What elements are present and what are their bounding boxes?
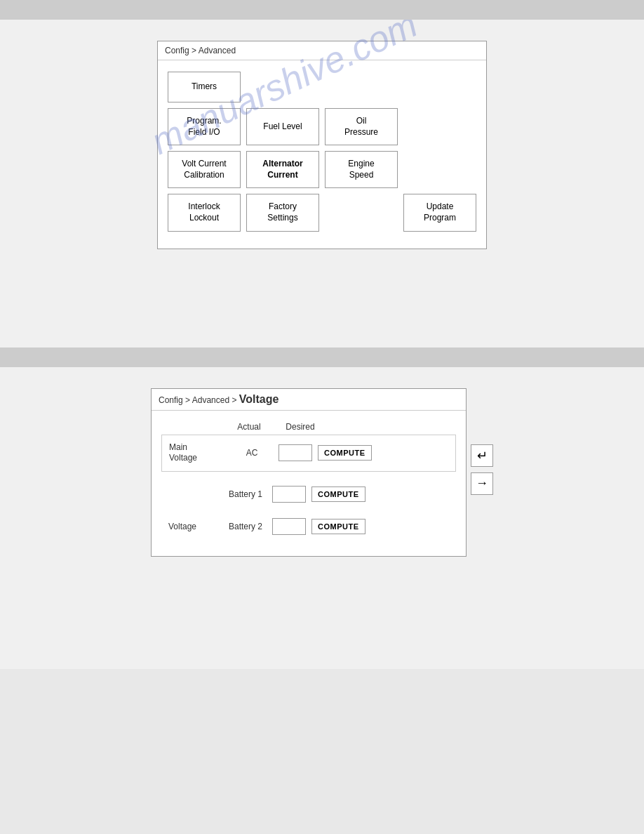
interlock-lockout-button[interactable]: InterlockLockout bbox=[168, 194, 241, 231]
panel2-title: Config > Advanced > Voltage bbox=[152, 389, 466, 411]
alternator-current-button[interactable]: AlternatorCurrent bbox=[246, 151, 319, 188]
engine-speed-button[interactable]: EngineSpeed bbox=[325, 151, 398, 188]
main-voltage-compute-button[interactable]: COMPUTE bbox=[318, 445, 372, 461]
battery2-input[interactable] bbox=[272, 518, 306, 535]
forward-button[interactable]: → bbox=[471, 472, 493, 495]
volt-current-calibration-button[interactable]: Volt CurrentCalibration bbox=[168, 151, 241, 188]
battery2-compute-button[interactable]: COMPUTE bbox=[311, 519, 365, 534]
voltage-section-label: Voltage bbox=[161, 522, 217, 531]
panel2-title-main: Voltage bbox=[239, 393, 279, 405]
desired-header: Desired bbox=[279, 422, 321, 432]
update-program-button[interactable]: UpdateProgram bbox=[403, 194, 476, 231]
battery1-compute-button[interactable]: COMPUTE bbox=[311, 486, 365, 502]
section2-band bbox=[0, 348, 644, 367]
section2-area: Config > Advanced > Voltage Actual Desir… bbox=[0, 367, 644, 599]
gap1 bbox=[0, 291, 644, 348]
back-button[interactable]: ↵ bbox=[471, 444, 493, 467]
panel1-title-text: Config > Advanced bbox=[165, 46, 236, 55]
main-voltage-input[interactable] bbox=[279, 444, 312, 461]
panel1-title: Config > Advanced bbox=[158, 41, 486, 60]
main-voltage-actual: AC bbox=[231, 448, 273, 458]
col-headers: Actual Desired bbox=[161, 422, 456, 435]
main-voltage-row: MainVoltage AC COMPUTE bbox=[161, 435, 456, 472]
panel2-title-prefix: Config > Advanced > bbox=[159, 395, 239, 405]
battery1-label: Battery 1 bbox=[224, 489, 267, 499]
voltage-panel: Config > Advanced > Voltage Actual Desir… bbox=[151, 388, 467, 557]
section1-band bbox=[0, 0, 644, 20]
factory-settings-button[interactable]: FactorySettings bbox=[246, 194, 319, 231]
actual-header: Actual bbox=[224, 422, 274, 432]
advanced-panel: Config > Advanced Timers Program.Field I… bbox=[157, 41, 487, 249]
program-field-io-button[interactable]: Program.Field I/O bbox=[168, 108, 241, 145]
bottom-area bbox=[0, 599, 644, 669]
side-buttons: ↵ → bbox=[471, 444, 493, 495]
panel1-body: Timers Program.Field I/O Fuel Level OilP… bbox=[158, 60, 486, 249]
timers-button[interactable]: Timers bbox=[168, 72, 241, 102]
battery2-group: Voltage Battery 2 COMPUTE bbox=[161, 512, 456, 541]
oil-pressure-button[interactable]: OilPressure bbox=[325, 108, 398, 145]
battery1-input[interactable] bbox=[272, 486, 306, 503]
section1-area: Config > Advanced Timers Program.Field I… bbox=[0, 20, 644, 291]
battery1-row: Battery 1 COMPUTE bbox=[161, 480, 456, 508]
main-voltage-label: MainVoltage bbox=[169, 442, 225, 464]
panel2-body: Actual Desired MainVoltage AC COMPUTE bbox=[152, 411, 466, 556]
fuel-level-button[interactable]: Fuel Level bbox=[246, 108, 319, 145]
battery2-label: Battery 2 bbox=[224, 522, 267, 531]
